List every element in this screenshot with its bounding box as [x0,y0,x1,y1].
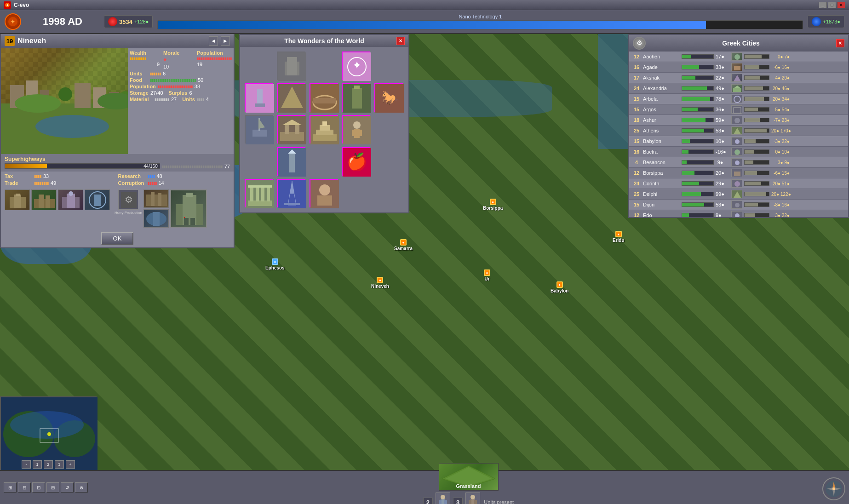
city-row-delphi[interactable]: 25 Delphi 99● 20● 122● [629,189,848,200]
wonder-apple[interactable]: 🍎 [342,147,370,176]
svg-rect-85 [250,187,253,201]
bottom-btn-4[interactable]: ⊞ [46,482,59,493]
borsippa-label: Borsippa [483,206,503,211]
svg-marker-106 [734,128,741,134]
ok-button[interactable]: OK [101,232,134,245]
building-6[interactable] [143,209,169,228]
city-row-akshak[interactable]: 17 Akshak 22● 4● 20● [629,73,848,83]
svg-rect-29 [146,195,167,206]
wonder-portrait[interactable] [310,179,338,207]
svg-rect-38 [190,218,195,225]
wealth-morale-section: Wealth ▮▮▮▮▮▮▮▮▮ 9 Morale ♥ 10 Populatio… [130,50,232,69]
building-2[interactable] [31,189,57,210]
city-next-button[interactable]: ► [221,36,230,46]
wonder-ziggurat[interactable] [310,115,338,143]
city-row-babylon[interactable]: 15 Babylon 10● -3● 22● [629,136,848,147]
zoom-3[interactable]: 3 [55,460,64,469]
compass-button[interactable] [822,477,845,500]
wonder-horseman[interactable]: 🐎 [374,83,403,112]
wonders-close-button[interactable]: × [396,37,405,45]
bottom-bar: ⊞ ⊟ ⊡ ⊞ ↺ ⊗ Grassland 2 3 [0,470,849,504]
city-row-bactra[interactable]: 16 Bactra -16● 0● 10● [629,147,848,157]
building-preview[interactable] [170,189,207,228]
cities-close-button[interactable]: × [836,39,844,47]
wonder-empty-1 [245,52,274,80]
building-4[interactable] [85,189,110,210]
svg-rect-26 [94,195,101,206]
wealth-pips: ▮▮▮▮▮▮▮▮▮ [130,57,160,61]
zoom-2[interactable]: 2 [44,460,53,469]
wonder-1[interactable] [277,52,305,80]
cities-gear-icon: ⚙ [633,37,646,50]
bottom-btn-2[interactable]: ⊟ [18,482,31,493]
wonder-empty-8 [342,179,371,208]
unit-figure-1 [436,493,450,504]
svg-rect-88 [267,187,270,201]
city-row-edo[interactable]: 12 Edo 9● 3● 22● [629,210,848,217]
wonder-vitruvian[interactable]: ✦ [342,52,370,80]
wonder-ship[interactable] [245,115,273,143]
minimize-button[interactable]: _ [819,2,827,8]
bottom-btn-1[interactable]: ⊞ [4,482,17,493]
svg-rect-87 [261,187,264,201]
science-icon [812,17,821,26]
zoom-plus[interactable]: + [66,460,75,469]
corruption-row: Corruption ▮▮▮▮▮ 14 [118,180,230,186]
wonder-statue[interactable] [245,83,273,112]
wonder-colonnade[interactable] [245,179,273,207]
city-row-argos[interactable]: 15 Argos 36● 5● 54● [629,104,848,115]
city-row-dijon[interactable]: 15 Dijon 53● -8● 16● [629,200,848,210]
morale-label: Morale [163,50,193,56]
wonder-lighthouse[interactable] [277,147,305,176]
food-icon [108,17,117,26]
wonder-empty-7 [374,147,404,176]
wonder-temple[interactable] [277,115,305,143]
resource-block-food: 3534 +128● [104,15,153,28]
building-3[interactable] [58,189,83,210]
svg-rect-36 [186,193,193,197]
close-window-button[interactable]: ✕ [837,2,845,8]
wonder-colosseum[interactable] [310,83,338,112]
svg-rect-66 [295,125,299,134]
wonder-eiffel[interactable] [277,179,305,207]
resource2-plus: +1873● [823,19,840,24]
city-row-aachen[interactable]: 12 Aachen 17● 0● 7● [629,52,848,62]
building-1[interactable] [5,189,30,210]
unit-figure-2 [465,493,480,504]
wonder-figure[interactable] [342,115,370,143]
city-prev-button[interactable]: ◄ [209,36,218,46]
minimap-content [1,397,96,469]
bottom-btn-5[interactable]: ↺ [61,482,74,493]
material-val: 27 [171,97,177,102]
svg-rect-53 [313,98,336,103]
svg-marker-100 [734,75,741,81]
city-row-alexandria[interactable]: 24 Alexandria 49● 20● 46● [629,83,848,94]
surplus-val: 6 [189,90,192,96]
maximize-button[interactable]: □ [828,2,836,8]
cities-list[interactable]: 12 Aachen 17● 0● 7● 16 Agade 33● -6● [629,52,848,217]
city-row-besancon[interactable]: 4 Besancon -9● -3● 9● [629,157,848,168]
svg-point-109 [735,160,740,165]
wonder-pyramid[interactable] [277,83,305,112]
bottom-btn-6[interactable]: ⊗ [75,482,88,493]
city-row-borsippa[interactable]: 12 Borsippa 20● -6● 15● [629,168,848,178]
city-row-ashur[interactable]: 18 Ashur 59● -7● 23● [629,115,848,126]
population-section: Population ▮▮▮▮▮▮▮▮▮▮▮▮▮▮▮▮▮▮▮ 19 [197,50,232,69]
city-row-agade[interactable]: 16 Agade 33● -6● 16● [629,62,848,73]
svg-rect-19 [34,199,55,208]
wonder-empty-5 [245,147,274,176]
city-row-corinth[interactable]: 24 Corinth 29● 20● 51● [629,178,848,189]
bottom-btn-3[interactable]: ⊡ [32,482,45,493]
zoom-minus[interactable]: - [22,460,31,469]
grassland-tile: Grassland [439,463,499,491]
population-label: Population [197,50,232,56]
zoom-1[interactable]: 1 [33,460,42,469]
pop-pips: ▮▮▮▮▮▮▮▮▮▮▮▮▮▮▮▮▮▮▮ [197,57,232,61]
city-icon-dijon [731,200,742,209]
city-icon-delphi [731,190,742,198]
city-row-arbela[interactable]: 15 Arbela 78● 20● 34● [629,94,848,104]
city-number: 19 [5,36,15,46]
wonder-tower[interactable] [342,83,370,112]
city-row-athens[interactable]: 25 Athens 53● 20● 170● [629,126,848,136]
building-5[interactable] [143,189,169,208]
